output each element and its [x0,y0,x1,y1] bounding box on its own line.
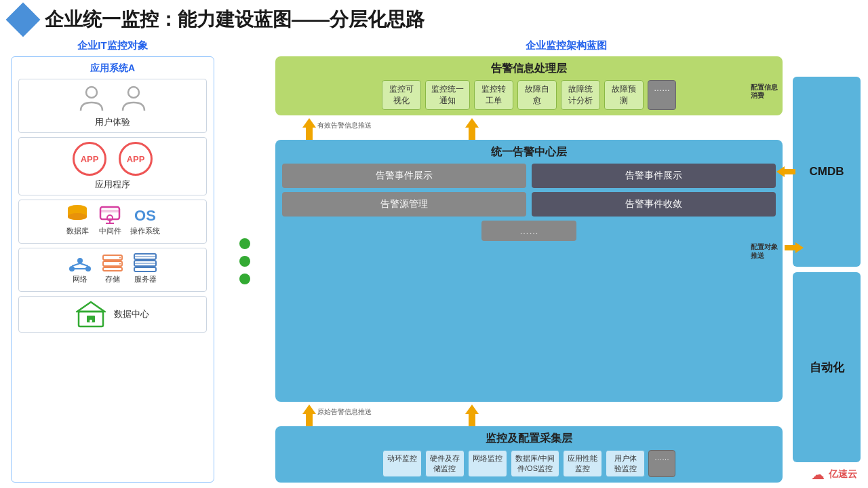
right-panel: 企业监控架构蓝图 CMDB 配置信息消费 配置对象推送 [275,39,857,483]
svg-rect-4 [100,207,119,219]
dot-3 [239,274,250,284]
app-circle-2: APP [119,142,153,176]
arrow-up-2-container: 原始告警信息推送 [275,405,783,426]
cmdb-arrow-left [776,166,795,177]
auto-label: 自动化 [810,360,844,375]
right-section-title: 企业监控架构蓝图 [275,39,857,52]
monitor-chips: 动环监控 硬件及存储监控 网络监控 数据库/中间件/OS监控 应用性能监控 用户… [282,450,776,477]
app-icons: APP APP [73,142,153,176]
arrow-up-2b [465,405,479,426]
net-item: 网络 [68,252,92,284]
storage-item: 存储 [100,252,125,284]
os-label: 操作系统 [130,226,160,236]
svg-rect-5 [100,210,119,212]
alarm-info-layer: 告警信息处理层 监控可视化 监控统一通知 监控转工单 故障自愈 故障统计分析 故… [275,56,783,115]
cmdb-arrow-right [785,242,804,253]
alarm-info-chips: 监控可视化 监控统一通知 监控转工单 故障自愈 故障统计分析 故障预测 …… [282,80,776,110]
chip-db-os: 数据库/中间件/OS监控 [511,450,559,477]
svg-point-9 [77,258,83,263]
main-content: 企业IT监控对象 应用系统A 用户体验 [0,37,868,485]
chip-more-2: …… [648,450,675,477]
arch-container: CMDB 配置信息消费 配置对象推送 自动化 [275,56,857,483]
mw-item: 中间件 [98,204,122,236]
svg-point-1 [128,87,139,98]
arrow-label-1: 有效告警信息推送 [317,121,372,130]
app-layer: APP APP 应用程序 [18,137,207,195]
db-label: 数据库 [66,226,89,236]
arrow-up-1 [302,118,316,140]
svg-line-12 [72,263,80,266]
person-icon-1 [77,83,106,113]
user-icons [77,83,149,113]
alarm-boxes-row-2: 告警源管理 告警事件收敛 [282,192,776,217]
chip-more-1: …… [648,80,676,110]
svg-point-28 [90,320,92,322]
storage-label: 存储 [105,274,120,284]
cmdb-box: CMDB 配置信息消费 配置对象推送 [793,77,861,267]
alarm-center-layer: 统一告警中心层 告警事件展示 告警事件展示 告警源管理 告警事件收敛 …… [275,140,783,402]
app-system-title: 应用系统A [18,62,207,75]
net-label: 网络 [73,274,87,284]
server-item: 服务器 [133,252,157,284]
chip-apm: 应用性能监控 [563,450,602,477]
arrow-up-2 [302,405,316,426]
alarm-dots-box: …… [481,221,576,241]
logo-icon: ☁ [811,466,825,483]
arrow-label-2: 原始告警信息推送 [317,407,372,417]
header-diamond-icon [6,3,41,37]
db-mw-os-layer: 数据库 中间件 OS 操作系统 [18,200,207,244]
logo: ☁ 亿速云 [811,466,857,483]
server-icon [133,252,157,273]
os-icon: OS [134,207,156,225]
page-title: 企业统一监控：能力建设蓝图——分层化思路 [45,7,425,33]
server-label: 服务器 [134,274,157,284]
db-item: 数据库 [65,204,90,236]
db-mw-os-icons: 数据库 中间件 OS 操作系统 [24,204,201,236]
app-system-box: 应用系统A 用户体验 APP [11,56,214,483]
alarm-event-display-1: 告警事件展示 [282,164,526,188]
arrow-up-1b [465,118,479,140]
dc-label: 数据中心 [114,308,149,320]
dc-layer: 数据中心 [18,296,207,333]
svg-rect-17 [103,261,122,266]
svg-marker-26 [77,302,104,312]
svg-point-3 [68,213,87,220]
chip-hardware: 硬件及存储监控 [425,450,465,477]
header: 企业统一监控：能力建设蓝图——分层化思路 [0,0,868,37]
app-circle-1: APP [73,142,106,176]
alarm-info-title: 告警信息处理层 [282,62,776,76]
side-boxes: CMDB 配置信息消费 配置对象推送 自动化 [793,77,861,462]
chip-notify: 监控统一通知 [425,80,470,110]
chip-selfheal: 故障自愈 [517,80,557,110]
dot-1 [239,238,250,249]
chip-predict: 故障预测 [604,80,644,110]
os-item: OS 操作系统 [130,207,160,236]
app-layer-label: 应用程序 [95,179,130,191]
svg-point-0 [86,87,97,98]
alarm-event-display-2: 告警事件展示 [532,164,776,188]
left-panel: 企业IT监控对象 应用系统A 用户体验 [11,39,214,483]
chip-workorder: 监控转工单 [474,80,513,110]
alarm-source-mgmt: 告警源管理 [282,192,526,217]
network-icon [68,252,92,273]
user-exp-label: 用户体验 [95,116,130,128]
arrow-up-1-container: 有效告警信息推送 [275,118,783,140]
db-icon [65,204,90,225]
svg-rect-19 [103,267,122,271]
svg-rect-15 [103,255,122,260]
infra-icons: 网络 存储 [24,252,201,284]
mw-label: 中间件 [99,226,121,236]
chip-network: 网络监控 [468,450,507,477]
svg-rect-24 [134,267,156,271]
left-section-title: 企业IT监控对象 [11,39,214,52]
alarm-event-converge: 告警事件收敛 [532,192,776,217]
monitor-layer: 监控及配置采集层 动环监控 硬件及存储监控 网络监控 数据库/中间件/OS监控 … [275,426,783,483]
logo-text: 亿速云 [829,468,857,481]
dc-icon [76,301,106,328]
chip-analysis: 故障统计分析 [561,80,600,110]
mw-icon [98,204,122,225]
chip-env: 动环监控 [382,450,422,477]
alarm-boxes-row-1: 告警事件展示 告警事件展示 [282,164,776,188]
storage-icon [100,252,125,273]
infra-layer: 网络 存储 [18,248,207,292]
